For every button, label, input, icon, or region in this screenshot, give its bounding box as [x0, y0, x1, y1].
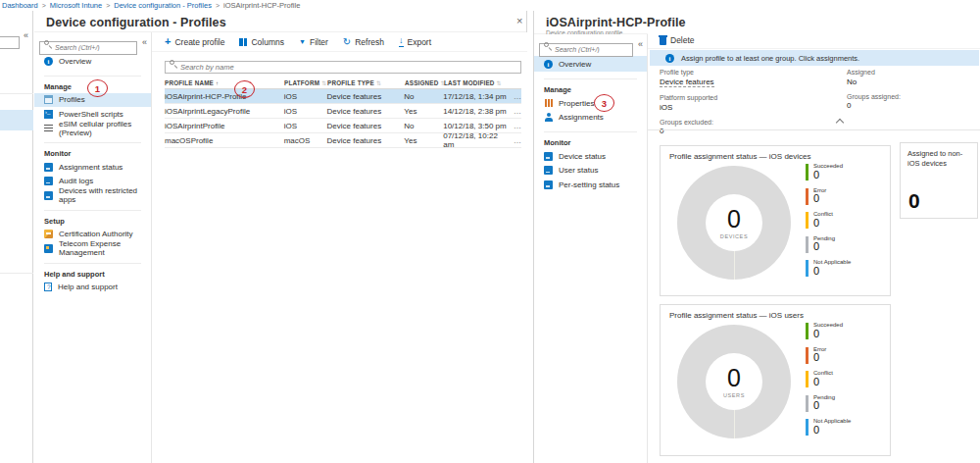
people-icon	[544, 113, 553, 122]
refresh-button[interactable]: ↻ Refresh	[343, 37, 384, 47]
selected-item-highlight[interactable]	[0, 110, 33, 130]
non-ios-devices-card[interactable]: Assigned to non-iOS devices 0	[900, 142, 978, 219]
cell-platform: iOS	[284, 122, 327, 130]
users-assignment-status-card[interactable]: Profile assignment status — iOS users 0 …	[660, 304, 891, 456]
restricted-apps-icon	[44, 191, 53, 200]
filter-button[interactable]: ▼ Filter	[299, 37, 328, 47]
legend-item-not-applicable: Not Applicable0	[806, 418, 851, 442]
columns-label: Columns	[251, 37, 284, 47]
sidebar-item-assignments[interactable]: Assignments	[534, 111, 647, 126]
breadcrumb-separator: >	[216, 2, 220, 9]
delete-button[interactable]: Delete	[660, 35, 695, 45]
sidebar-item-esim-cellular-profiles[interactable]: eSIM cellular profiles (Preview)	[34, 122, 151, 136]
sidebar-section-manage: Manage	[544, 78, 637, 94]
sidebar-item-help-and-support[interactable]: Help and support	[34, 281, 151, 295]
row-context-menu-button[interactable]: …	[508, 122, 521, 130]
sidebar-item-per-setting-status[interactable]: Per-setting status	[534, 178, 647, 192]
sidebar-search-input[interactable]	[39, 41, 137, 55]
breadcrumb-separator: >	[42, 2, 46, 9]
refresh-label: Refresh	[355, 37, 384, 47]
annotation-step-2: 2	[234, 80, 255, 98]
sidebar-item-user-status[interactable]: User status	[534, 164, 647, 179]
delete-label: Delete	[670, 35, 695, 45]
sidebar-section-setup: Setup	[44, 210, 141, 226]
column-header-platform[interactable]: PLATFORM⇅	[284, 79, 327, 86]
sidebar-item-label: Help and support	[58, 283, 118, 291]
telecom-icon	[44, 244, 53, 253]
row-context-menu-button[interactable]: …	[508, 136, 521, 145]
sidebar-item-assignment-status[interactable]: Assignment status	[34, 160, 151, 175]
sidebar-item-label: Telecom Expense Management	[59, 239, 151, 257]
breadcrumb-device-configuration[interactable]: Device configuration - Profiles	[114, 1, 212, 10]
create-profile-button[interactable]: + Create profile	[165, 36, 224, 47]
row-context-menu-button[interactable]: …	[508, 92, 521, 101]
users-legend: Succeeded0 Error0 Conflict0 Pending0	[806, 322, 851, 442]
sidebar-item-devices-with-restricted-apps[interactable]: Devices with restricted apps	[34, 188, 151, 203]
table-header-row: PROFILE NAME↑ PLATFORM⇅ PROFILE TYPE⇅ AS…	[165, 77, 521, 89]
sidebar-item-properties[interactable]: Properties	[534, 96, 647, 111]
legend-item-error: Error0	[806, 187, 851, 212]
partial-search-input[interactable]	[0, 36, 20, 49]
devices-donut-chart: 0 DEVICES	[677, 166, 791, 280]
users-count: 0	[727, 366, 741, 390]
profile-type-value: Device features	[660, 77, 714, 88]
essentials-left-column: Profile type Device features Platform su…	[660, 69, 717, 142]
cell-assigned: No	[404, 122, 443, 130]
collapse-sidebar-icon[interactable]: «	[638, 40, 643, 49]
sidebar-section-help-and-support: Help and support	[44, 263, 141, 279]
column-header-assigned[interactable]: ASSIGNED⇅	[405, 79, 444, 86]
table-row-ios-airprint-hcp-profile[interactable]: iOSAirprint-HCP-Profile iOS Device featu…	[165, 89, 521, 104]
column-header-profile-type[interactable]: PROFILE TYPE⇅	[327, 79, 405, 86]
intune-portal: Dashboard > Microsoft Intune > Device co…	[0, 0, 980, 463]
table-search	[165, 56, 521, 69]
sort-asc-icon: ↑	[216, 80, 219, 86]
device-status-icon	[544, 152, 553, 161]
columns-button[interactable]: Columns	[239, 37, 284, 47]
table-row-macos-profile[interactable]: macOSProfile macOS Device features Yes 0…	[165, 133, 521, 148]
sidebar-item-overview[interactable]: i Overview	[534, 56, 647, 72]
collapse-blade-icon[interactable]: «	[24, 30, 28, 40]
collapse-essentials-chevron-icon[interactable]	[837, 118, 843, 124]
legend-item-pending: Pending0	[806, 235, 851, 260]
profiles-toolbar: + Create profile Columns ▼ Filter ↻ Refr…	[152, 32, 527, 52]
assigned-label: Assigned	[847, 69, 901, 76]
sidebar-search	[539, 38, 633, 52]
plus-icon: +	[165, 36, 171, 47]
legend-color-bar	[806, 395, 808, 412]
legend-item-succeeded: Succeeded0	[806, 322, 851, 346]
sidebar-item-label: PowerShell scripts	[59, 110, 123, 119]
legend-color-bar	[806, 347, 808, 364]
card-title: Profile assignment status — iOS devices	[669, 152, 811, 161]
sidebar-item-device-status[interactable]: Device status	[534, 149, 647, 164]
cell-assigned: No	[404, 92, 443, 101]
export-icon: ↓	[399, 36, 404, 47]
search-by-name-input[interactable]	[165, 61, 521, 74]
row-context-menu-button[interactable]: …	[508, 107, 521, 116]
collapse-sidebar-icon[interactable]: «	[142, 38, 147, 47]
breadcrumb: Dashboard > Microsoft Intune > Device co…	[2, 0, 300, 11]
legend-item-conflict: Conflict0	[806, 370, 851, 394]
table-row-ios-airprint-legacy-profile[interactable]: iOSAirprintLegacyProfile iOS Device feat…	[165, 104, 521, 119]
annotation-step-3: 3	[594, 94, 614, 112]
card-title: Assigned to non-iOS devices	[907, 149, 972, 169]
column-header-profile-name[interactable]: PROFILE NAME↑	[165, 79, 284, 86]
breadcrumb-dashboard[interactable]: Dashboard	[2, 1, 38, 10]
divider	[648, 129, 980, 130]
cell-assigned: Yes	[404, 107, 443, 116]
info-icon: i	[665, 54, 674, 63]
sidebar-item-overview[interactable]: i Overview	[34, 54, 151, 69]
essentials-right-column: Assigned No Groups assigned: 0	[847, 69, 901, 117]
sidebar-item-telecom-expense-management[interactable]: Telecom Expense Management	[34, 241, 151, 256]
groups-excluded-value: 0	[660, 127, 717, 135]
devices-assignment-status-card[interactable]: Profile assignment status — iOS devices …	[660, 145, 891, 296]
divider	[0, 273, 33, 274]
cell-platform: iOS	[284, 107, 327, 116]
sidebar-search-input[interactable]	[539, 43, 633, 57]
column-header-last-modified[interactable]: LAST MODIFIED⇅	[444, 79, 509, 86]
cell-profile-name: iOSAirprintLegacyProfile	[165, 107, 284, 116]
close-blade-icon[interactable]: ×	[516, 15, 522, 26]
export-button[interactable]: ↓ Export	[399, 36, 431, 47]
filter-label: Filter	[310, 37, 328, 47]
legend-color-bar	[806, 323, 808, 339]
breadcrumb-microsoft-intune[interactable]: Microsoft Intune	[50, 1, 102, 10]
